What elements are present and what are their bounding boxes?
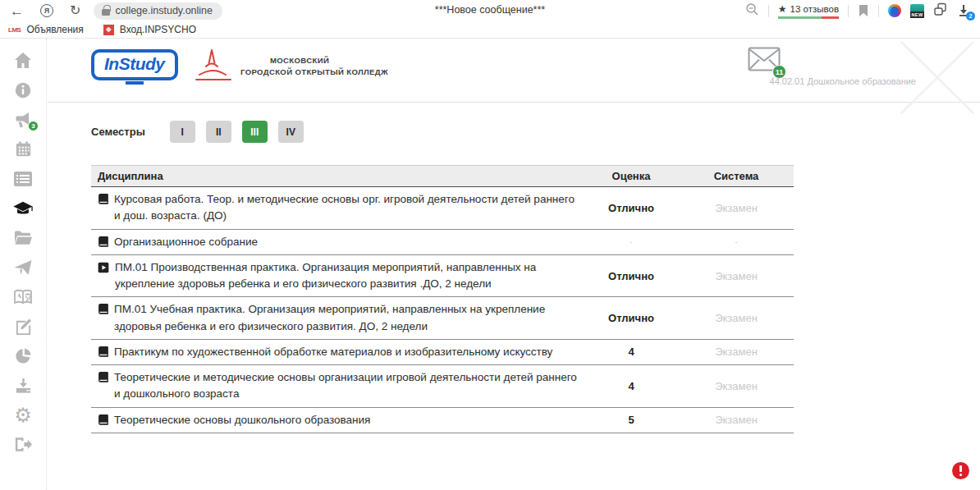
- reviews-widget[interactable]: ★ 13 отзывов: [778, 3, 839, 19]
- extensions-icon[interactable]: [933, 2, 948, 20]
- semester-button[interactable]: III: [242, 121, 268, 143]
- zoom-out-icon[interactable]: [745, 2, 759, 20]
- sidebar-item-grades[interactable]: [12, 199, 34, 218]
- discipline-name: ПМ.01 Учебная практика. Организация меро…: [114, 301, 584, 335]
- grade-value: -: [584, 238, 679, 246]
- sidebar: 3 ⚙: [0, 39, 47, 490]
- book-icon: [98, 194, 108, 205]
- table-row[interactable]: ПМ.01 Учебная практика. Организация меро…: [91, 297, 794, 340]
- home-icon: [13, 52, 33, 70]
- book-icon: [98, 372, 108, 383]
- mail-button[interactable]: 11: [748, 47, 781, 75]
- grades-table: Дисциплина Оценка Система Курсовая работ…: [91, 165, 794, 433]
- college-name-line2: ГОРОДСКОЙ ОТКРЫТЫЙ КОЛЛЕДЖ: [240, 66, 388, 78]
- college-tower-icon: [191, 47, 234, 86]
- refresh-icon[interactable]: ↻: [70, 4, 80, 17]
- sidebar-item-messages[interactable]: [12, 258, 34, 277]
- calendar-icon: [14, 140, 33, 158]
- table-row[interactable]: Теоретические основы дошкольного образов…: [91, 408, 794, 433]
- star-icon: ★: [778, 3, 787, 15]
- logout-icon: [14, 436, 33, 453]
- url-text: college.instudy.online: [115, 5, 213, 16]
- semester-button[interactable]: II: [206, 121, 231, 143]
- divider: [848, 5, 849, 17]
- system-value: -: [679, 238, 794, 246]
- alert-error-icon[interactable]: [952, 462, 969, 479]
- sidebar-item-edit[interactable]: [12, 317, 34, 336]
- discipline-name: Курсовая работа. Теор. и методические ос…: [114, 191, 584, 225]
- new-badge: NEW: [910, 11, 924, 18]
- extension-new-art: [910, 4, 924, 11]
- sidebar-item-info[interactable]: [12, 80, 34, 99]
- table-row[interactable]: ПМ.01 Производственная практика. Организ…: [91, 255, 794, 298]
- bookmarks-bar: LMS Объявления Вход.INPSYCHO: [0, 21, 980, 39]
- table-row[interactable]: Практикум по художественной обработке ма…: [91, 340, 794, 365]
- table-row[interactable]: Теоретические и методические основы орга…: [91, 365, 794, 408]
- bookmark-announcements[interactable]: LMS Объявления: [8, 24, 84, 35]
- college-name-line1: МОСКОВСКИЙ: [240, 55, 388, 66]
- divider: [878, 5, 879, 17]
- gear-icon: ⚙: [14, 405, 32, 425]
- semester-buttons: I II III IV: [170, 121, 304, 143]
- grade-value: Отлично: [584, 270, 679, 282]
- discipline-name: Теоретические и методические основы орга…: [114, 369, 584, 403]
- discipline-name: ПМ.01 Производственная практика. Организ…: [115, 259, 584, 293]
- page-title: ***Новое сообщение***: [435, 4, 545, 16]
- header-system: Система: [679, 170, 794, 182]
- sidebar-item-courses[interactable]: [12, 228, 34, 247]
- bookmark-label: Вход.INPSYCHO: [120, 24, 196, 35]
- close-icon[interactable]: [896, 39, 978, 120]
- semester-button[interactable]: I: [170, 121, 195, 143]
- system-value: Экзамен: [679, 380, 794, 392]
- back-icon[interactable]: ←: [10, 4, 24, 18]
- book-icon: [98, 414, 108, 426]
- header-grade: Оценка: [584, 170, 679, 182]
- sidebar-item-stats[interactable]: [12, 346, 34, 365]
- system-value: Экзамен: [679, 414, 794, 426]
- extension-circle-icon[interactable]: [888, 4, 901, 17]
- translate-icon: [13, 288, 33, 306]
- table-body: Курсовая работа. Теор. и методические ос…: [91, 187, 794, 433]
- main-content: InStudy МОСКОВСКИЙ ГОРОДСКОЙ ОТКРЫТЫЙ КО…: [48, 39, 980, 490]
- instudy-logo[interactable]: InStudy: [91, 49, 178, 85]
- lock-icon: [102, 9, 110, 16]
- book-icon: [98, 236, 108, 248]
- sidebar-item-calendar[interactable]: [12, 140, 34, 158]
- grade-value: 4: [584, 380, 679, 392]
- system-value: Экзамен: [679, 346, 794, 358]
- bookmark-label: Объявления: [26, 24, 83, 35]
- divider: [768, 5, 769, 17]
- college-logo: МОСКОВСКИЙ ГОРОДСКОЙ ОТКРЫТЫЙ КОЛЛЕДЖ: [191, 47, 388, 86]
- sidebar-item-translate[interactable]: [12, 287, 34, 306]
- bookmark-inpsycho[interactable]: Вход.INPSYCHO: [103, 24, 196, 35]
- table-row[interactable]: Курсовая работа. Теор. и методические ос…: [91, 187, 794, 230]
- semester-button[interactable]: IV: [278, 121, 304, 143]
- instudy-logo-text: InStudy: [91, 49, 178, 80]
- system-value: Экзамен: [679, 202, 794, 214]
- address-bar[interactable]: college.instudy.online: [94, 2, 222, 20]
- grade-value: Отлично: [584, 312, 679, 324]
- list-card-icon: [13, 171, 33, 187]
- browser-menu-icon[interactable]: Я: [40, 4, 53, 17]
- extension-new-icon[interactable]: NEW: [910, 4, 924, 18]
- sidebar-item-journal[interactable]: [12, 169, 34, 188]
- info-icon: [14, 81, 32, 99]
- sidebar-item-logout[interactable]: [12, 435, 34, 454]
- folder-open-icon: [13, 230, 33, 246]
- sidebar-item-home[interactable]: [12, 51, 34, 70]
- play-icon: [98, 262, 109, 273]
- bookmark-flag-icon[interactable]: [858, 4, 869, 17]
- table-header: Дисциплина Оценка Система: [91, 165, 794, 187]
- table-row[interactable]: Организационное собрание - -: [91, 230, 794, 255]
- discipline-name: Организационное собрание: [114, 234, 258, 250]
- lms-icon: LMS: [8, 26, 21, 34]
- sidebar-item-announcements[interactable]: 3: [12, 110, 34, 129]
- header-discipline: Дисциплина: [91, 170, 584, 182]
- inpsycho-icon: [103, 25, 114, 35]
- sidebar-item-downloads[interactable]: [12, 376, 34, 395]
- sidebar-item-settings[interactable]: ⚙: [12, 405, 34, 424]
- semesters-label: Семестры: [91, 126, 145, 138]
- book-icon: [98, 304, 108, 315]
- rating-bar: [778, 16, 839, 19]
- downloads-browser-icon[interactable]: 2: [957, 3, 972, 18]
